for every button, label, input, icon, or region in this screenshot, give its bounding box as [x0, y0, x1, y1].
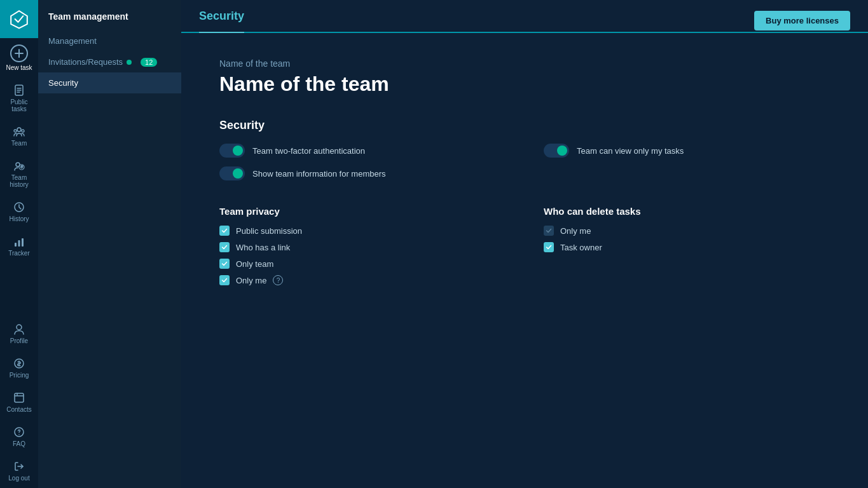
nav-item-contacts[interactable]: Contacts [0, 385, 38, 419]
help-icon-only-me[interactable]: ? [273, 275, 283, 285]
privacy-only-team[interactable]: Only team [219, 259, 506, 269]
svg-point-7 [17, 128, 21, 132]
checkbox-delete-only-me [544, 226, 554, 236]
delete-tasks-section: Who can delete tasks Only me Task owner [544, 206, 830, 292]
privacy-only-me[interactable]: Only me ? [219, 275, 506, 285]
checkbox-public-submission [219, 226, 230, 236]
nav-item-tracker[interactable]: Tracker [0, 229, 38, 263]
nav-label-logout: Log out [8, 475, 29, 482]
team-name-label: Name of the team [219, 58, 830, 69]
privacy-who-has-link[interactable]: Who has a link [219, 242, 506, 252]
buy-more-licenses-button[interactable]: Buy more licenses [754, 11, 850, 30]
nav-label-tracker: Tracker [8, 250, 30, 257]
team-history-icon [13, 159, 25, 172]
top-bar: Security Buy more licenses [181, 0, 868, 33]
svg-point-8 [14, 130, 17, 132]
invitations-badge: 12 [141, 58, 157, 67]
svg-rect-14 [15, 243, 17, 247]
nav-label-team-history: Team history [3, 174, 36, 188]
nav-item-history[interactable]: History [0, 194, 38, 229]
toggle-view-only[interactable] [544, 144, 569, 158]
sidebar-item-security[interactable]: Security [38, 72, 181, 93]
toggles-grid: Team two-factor authentication Team can … [219, 144, 830, 180]
nav-item-team[interactable]: Team [0, 119, 38, 153]
nav-item-profile[interactable]: Profile [0, 316, 38, 351]
faq-icon [13, 426, 25, 438]
logout-icon [13, 460, 25, 473]
toggle-2fa-label: Team two-factor authentication [252, 146, 365, 156]
toggle-2fa[interactable] [219, 144, 245, 158]
team-privacy-title: Team privacy [219, 206, 506, 217]
tracker-icon [13, 235, 25, 248]
content-area: Name of the team Name of the team Securi… [181, 33, 868, 488]
plus-icon [10, 44, 28, 62]
nav-item-logout[interactable]: Log out [0, 454, 38, 488]
nav-item-faq[interactable]: FAQ [0, 419, 38, 454]
sidebar-item-security-label: Security [48, 78, 78, 88]
nav-label-pricing: Pricing [10, 372, 29, 379]
toggle-view-only-label: Team can view only my tasks [577, 146, 684, 156]
svg-point-17 [17, 325, 22, 330]
svg-point-9 [22, 130, 24, 132]
delete-only-me[interactable]: Only me [544, 226, 830, 236]
delete-tasks-title: Who can delete tasks [544, 206, 830, 217]
checkbox-delete-task-owner [544, 242, 554, 252]
app-logo[interactable] [0, 0, 38, 38]
nav-label-profile: Profile [10, 337, 28, 344]
nav-item-team-history[interactable]: Team history [0, 153, 38, 194]
delete-task-owner[interactable]: Task owner [544, 242, 830, 252]
nav-label-contacts: Contacts [6, 406, 31, 413]
sidebar-item-invitations[interactable]: Invitations/Requests 12 [38, 51, 181, 72]
invitations-dot [127, 60, 132, 65]
privacy-columns: Team privacy Public submission Who has a… [219, 206, 830, 292]
delete-task-owner-label: Task owner [560, 243, 602, 252]
toggle-row-view-only: Team can view only my tasks [544, 144, 830, 158]
privacy-only-team-label: Only team [236, 259, 273, 269]
profile-icon [13, 323, 25, 336]
checkbox-only-me-privacy [219, 275, 230, 285]
sidebar-item-management[interactable]: Management [38, 30, 181, 51]
history-icon [13, 201, 25, 214]
privacy-public-submission-label: Public submission [236, 226, 302, 236]
contacts-icon [13, 391, 25, 404]
nav-label-public-tasks: Public tasks [3, 98, 36, 112]
toggle-show-info-label: Show team information for members [252, 169, 386, 179]
document-icon [13, 84, 25, 97]
delete-only-me-label: Only me [560, 226, 591, 236]
sidebar-item-management-label: Management [48, 36, 97, 46]
security-section-title: Security [219, 119, 830, 132]
team-privacy-section: Team privacy Public submission Who has a… [219, 206, 506, 292]
pricing-icon [13, 357, 25, 370]
nav-label-team: Team [11, 140, 27, 147]
toggle-show-info[interactable] [219, 166, 245, 180]
privacy-who-has-link-label: Who has a link [236, 243, 290, 252]
nav-label-history: History [9, 215, 29, 222]
nav-item-pricing[interactable]: Pricing [0, 351, 38, 385]
checkbox-only-team [219, 259, 230, 269]
svg-marker-0 [11, 11, 27, 28]
toggle-row-2fa: Team two-factor authentication [219, 144, 506, 158]
svg-rect-19 [15, 393, 24, 402]
page-title-tab: Security [199, 10, 244, 33]
privacy-public-submission[interactable]: Public submission [219, 226, 506, 236]
team-icon [13, 125, 25, 138]
main-content: Security Buy more licenses Name of the t… [181, 0, 868, 488]
sidebar-title: Team management [38, 0, 181, 30]
nav-label-faq: FAQ [13, 440, 25, 447]
nav-label-new-task: New task [6, 64, 32, 71]
svg-point-21 [18, 434, 20, 435]
icon-sidebar: New task Public tasks Team Team history … [0, 0, 38, 488]
svg-rect-15 [18, 240, 20, 247]
svg-rect-16 [22, 238, 24, 247]
checkbox-who-has-link [219, 242, 230, 252]
secondary-sidebar: Team management Management Invitations/R… [38, 0, 181, 488]
sidebar-item-invitations-label: Invitations/Requests [48, 57, 123, 67]
toggle-row-show-info: Show team information for members [219, 166, 506, 180]
nav-item-public-tasks[interactable]: Public tasks [0, 78, 38, 119]
privacy-only-me-label: Only me [236, 276, 266, 285]
nav-item-new-task[interactable]: New task [0, 38, 38, 78]
team-name-heading: Name of the team [219, 72, 830, 96]
